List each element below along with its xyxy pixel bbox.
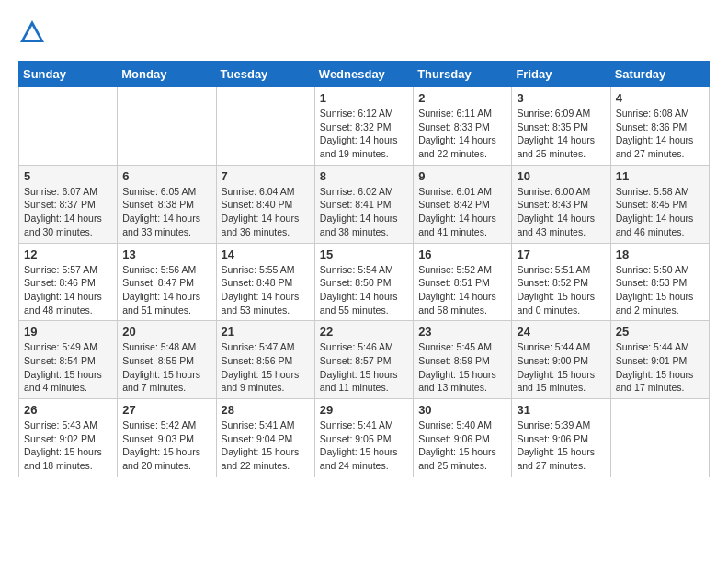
calendar-cell: 15Sunrise: 5:54 AM Sunset: 8:50 PM Dayli… bbox=[314, 243, 413, 321]
page-header bbox=[18, 18, 710, 46]
day-info: Sunrise: 5:52 AM Sunset: 8:51 PM Dayligh… bbox=[418, 263, 506, 317]
day-number: 27 bbox=[122, 403, 210, 417]
day-info: Sunrise: 6:04 AM Sunset: 8:40 PM Dayligh… bbox=[222, 185, 310, 239]
header-cell-wednesday: Wednesday bbox=[314, 62, 413, 87]
calendar-cell: 18Sunrise: 5:50 AM Sunset: 8:53 PM Dayli… bbox=[610, 243, 709, 321]
calendar-cell: 31Sunrise: 5:39 AM Sunset: 9:06 PM Dayli… bbox=[512, 399, 610, 477]
calendar-cell: 23Sunrise: 5:45 AM Sunset: 8:59 PM Dayli… bbox=[414, 321, 512, 399]
calendar-cell: 14Sunrise: 5:55 AM Sunset: 8:48 PM Dayli… bbox=[216, 243, 314, 321]
header-cell-tuesday: Tuesday bbox=[216, 62, 314, 87]
day-number: 5 bbox=[24, 169, 112, 183]
day-info: Sunrise: 6:05 AM Sunset: 8:38 PM Dayligh… bbox=[122, 185, 210, 239]
day-number: 29 bbox=[320, 403, 408, 417]
day-info: Sunrise: 5:57 AM Sunset: 8:46 PM Dayligh… bbox=[24, 263, 112, 317]
day-info: Sunrise: 6:11 AM Sunset: 8:33 PM Dayligh… bbox=[418, 107, 506, 161]
header-row: SundayMondayTuesdayWednesdayThursdayFrid… bbox=[19, 62, 710, 87]
day-number: 13 bbox=[122, 247, 210, 261]
day-number: 10 bbox=[517, 169, 605, 183]
day-number: 30 bbox=[418, 403, 506, 417]
calendar-cell: 9Sunrise: 6:01 AM Sunset: 8:42 PM Daylig… bbox=[414, 165, 512, 243]
day-info: Sunrise: 5:45 AM Sunset: 8:59 PM Dayligh… bbox=[418, 340, 506, 395]
day-info: Sunrise: 5:46 AM Sunset: 8:57 PM Dayligh… bbox=[320, 340, 408, 395]
calendar-cell: 12Sunrise: 5:57 AM Sunset: 8:46 PM Dayli… bbox=[19, 243, 118, 321]
day-info: Sunrise: 5:54 AM Sunset: 8:50 PM Dayligh… bbox=[320, 263, 408, 317]
day-info: Sunrise: 5:56 AM Sunset: 8:47 PM Dayligh… bbox=[122, 263, 210, 317]
logo bbox=[18, 18, 50, 46]
calendar-cell: 22Sunrise: 5:46 AM Sunset: 8:57 PM Dayli… bbox=[314, 321, 413, 399]
calendar-cell: 7Sunrise: 6:04 AM Sunset: 8:40 PM Daylig… bbox=[216, 165, 314, 243]
day-number: 22 bbox=[320, 325, 408, 339]
day-info: Sunrise: 5:40 AM Sunset: 9:06 PM Dayligh… bbox=[418, 419, 506, 473]
day-info: Sunrise: 6:02 AM Sunset: 8:41 PM Dayligh… bbox=[320, 185, 408, 239]
calendar-cell: 1Sunrise: 6:12 AM Sunset: 8:32 PM Daylig… bbox=[314, 87, 413, 166]
calendar-cell: 28Sunrise: 5:41 AM Sunset: 9:04 PM Dayli… bbox=[216, 399, 314, 477]
day-number: 3 bbox=[517, 91, 605, 105]
calendar-cell: 25Sunrise: 5:44 AM Sunset: 9:01 PM Dayli… bbox=[610, 321, 709, 399]
calendar-cell: 24Sunrise: 5:44 AM Sunset: 9:00 PM Dayli… bbox=[512, 321, 610, 399]
day-info: Sunrise: 6:09 AM Sunset: 8:35 PM Dayligh… bbox=[517, 107, 605, 161]
calendar-cell: 20Sunrise: 5:48 AM Sunset: 8:55 PM Dayli… bbox=[118, 321, 216, 399]
header-cell-thursday: Thursday bbox=[414, 62, 512, 87]
calendar-cell: 2Sunrise: 6:11 AM Sunset: 8:33 PM Daylig… bbox=[414, 87, 512, 166]
day-info: Sunrise: 5:55 AM Sunset: 8:48 PM Dayligh… bbox=[222, 263, 310, 317]
day-info: Sunrise: 5:51 AM Sunset: 8:52 PM Dayligh… bbox=[517, 263, 605, 317]
week-row-3: 12Sunrise: 5:57 AM Sunset: 8:46 PM Dayli… bbox=[19, 243, 710, 321]
week-row-4: 19Sunrise: 5:49 AM Sunset: 8:54 PM Dayli… bbox=[19, 321, 710, 399]
day-number: 6 bbox=[122, 169, 210, 183]
calendar-cell: 5Sunrise: 6:07 AM Sunset: 8:37 PM Daylig… bbox=[19, 165, 118, 243]
day-number: 25 bbox=[616, 325, 704, 339]
calendar-cell: 6Sunrise: 6:05 AM Sunset: 8:38 PM Daylig… bbox=[118, 165, 216, 243]
day-info: Sunrise: 5:41 AM Sunset: 9:05 PM Dayligh… bbox=[320, 419, 408, 473]
day-info: Sunrise: 5:50 AM Sunset: 8:53 PM Dayligh… bbox=[616, 263, 704, 317]
day-number: 31 bbox=[517, 403, 605, 417]
day-number: 18 bbox=[616, 247, 704, 261]
day-number: 8 bbox=[320, 169, 408, 183]
day-number: 23 bbox=[418, 325, 506, 339]
calendar-cell: 13Sunrise: 5:56 AM Sunset: 8:47 PM Dayli… bbox=[118, 243, 216, 321]
day-number: 28 bbox=[222, 403, 310, 417]
day-info: Sunrise: 6:00 AM Sunset: 8:43 PM Dayligh… bbox=[517, 185, 605, 239]
day-info: Sunrise: 5:58 AM Sunset: 8:45 PM Dayligh… bbox=[616, 185, 704, 239]
day-info: Sunrise: 5:41 AM Sunset: 9:04 PM Dayligh… bbox=[222, 419, 310, 473]
day-info: Sunrise: 5:44 AM Sunset: 9:00 PM Dayligh… bbox=[517, 340, 605, 395]
calendar-cell: 27Sunrise: 5:42 AM Sunset: 9:03 PM Dayli… bbox=[118, 399, 216, 477]
calendar-cell: 8Sunrise: 6:02 AM Sunset: 8:41 PM Daylig… bbox=[314, 165, 413, 243]
day-number: 1 bbox=[320, 91, 408, 105]
calendar-cell: 30Sunrise: 5:40 AM Sunset: 9:06 PM Dayli… bbox=[414, 399, 512, 477]
calendar-cell bbox=[118, 87, 216, 166]
day-info: Sunrise: 5:43 AM Sunset: 9:02 PM Dayligh… bbox=[24, 419, 112, 473]
week-row-2: 5Sunrise: 6:07 AM Sunset: 8:37 PM Daylig… bbox=[19, 165, 710, 243]
day-number: 9 bbox=[418, 169, 506, 183]
calendar-cell: 11Sunrise: 5:58 AM Sunset: 8:45 PM Dayli… bbox=[610, 165, 709, 243]
day-number: 7 bbox=[222, 169, 310, 183]
calendar-cell bbox=[216, 87, 314, 166]
calendar-cell: 19Sunrise: 5:49 AM Sunset: 8:54 PM Dayli… bbox=[19, 321, 118, 399]
week-row-5: 26Sunrise: 5:43 AM Sunset: 9:02 PM Dayli… bbox=[19, 399, 710, 477]
day-info: Sunrise: 5:48 AM Sunset: 8:55 PM Dayligh… bbox=[122, 340, 210, 395]
calendar-cell: 10Sunrise: 6:00 AM Sunset: 8:43 PM Dayli… bbox=[512, 165, 610, 243]
day-number: 24 bbox=[517, 325, 605, 339]
day-number: 17 bbox=[517, 247, 605, 261]
calendar-cell: 21Sunrise: 5:47 AM Sunset: 8:56 PM Dayli… bbox=[216, 321, 314, 399]
day-info: Sunrise: 5:44 AM Sunset: 9:01 PM Dayligh… bbox=[616, 340, 704, 395]
calendar-cell: 26Sunrise: 5:43 AM Sunset: 9:02 PM Dayli… bbox=[19, 399, 118, 477]
calendar-cell: 3Sunrise: 6:09 AM Sunset: 8:35 PM Daylig… bbox=[512, 87, 610, 166]
header-cell-friday: Friday bbox=[512, 62, 610, 87]
day-info: Sunrise: 6:12 AM Sunset: 8:32 PM Dayligh… bbox=[320, 107, 408, 161]
day-number: 26 bbox=[24, 403, 112, 417]
day-number: 2 bbox=[418, 91, 506, 105]
header-cell-sunday: Sunday bbox=[19, 62, 118, 87]
header-cell-saturday: Saturday bbox=[610, 62, 709, 87]
day-info: Sunrise: 5:39 AM Sunset: 9:06 PM Dayligh… bbox=[517, 419, 605, 473]
day-number: 21 bbox=[222, 325, 310, 339]
day-number: 19 bbox=[24, 325, 112, 339]
calendar-cell bbox=[610, 399, 709, 477]
day-info: Sunrise: 5:42 AM Sunset: 9:03 PM Dayligh… bbox=[122, 419, 210, 473]
calendar-table: SundayMondayTuesdayWednesdayThursdayFrid… bbox=[18, 61, 710, 477]
week-row-1: 1Sunrise: 6:12 AM Sunset: 8:32 PM Daylig… bbox=[19, 87, 710, 166]
day-number: 12 bbox=[24, 247, 112, 261]
day-number: 20 bbox=[122, 325, 210, 339]
header-cell-monday: Monday bbox=[118, 62, 216, 87]
calendar-cell: 29Sunrise: 5:41 AM Sunset: 9:05 PM Dayli… bbox=[314, 399, 413, 477]
calendar-cell: 17Sunrise: 5:51 AM Sunset: 8:52 PM Dayli… bbox=[512, 243, 610, 321]
